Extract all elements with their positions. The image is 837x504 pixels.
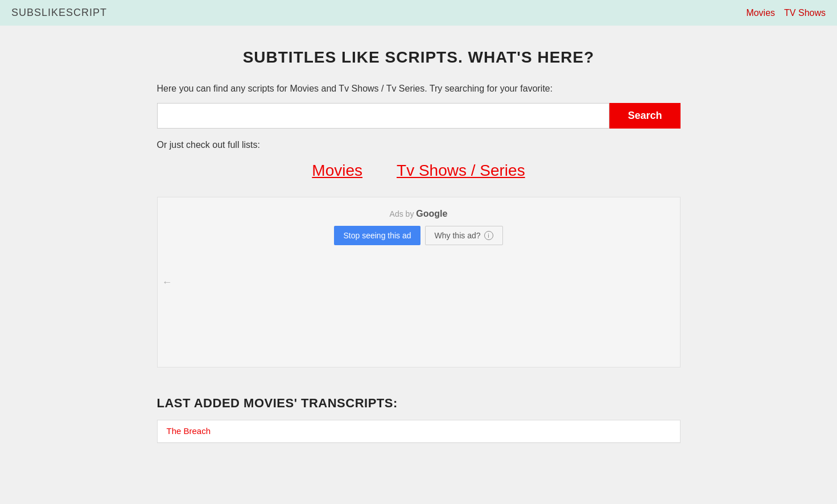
why-this-ad-button[interactable]: Why this ad? i [425, 226, 503, 245]
list-links: Movies Tv Shows / Series [157, 162, 681, 180]
search-input[interactable] [157, 103, 610, 129]
stop-seeing-ad-button[interactable]: Stop seeing this ad [334, 226, 420, 245]
ads-by-text: Ads by [390, 209, 417, 218]
nav-links: Movies TV Shows [746, 8, 826, 18]
ad-content: Ads by Google Stop seeing this ad Why th… [167, 206, 671, 245]
site-title: SUBSLIKESCRIPT [11, 7, 107, 19]
tv-shows-list-link[interactable]: Tv Shows / Series [397, 162, 525, 180]
site-header: SUBSLIKESCRIPT Movies TV Shows [0, 0, 837, 26]
nav-tv-shows-link[interactable]: TV Shows [784, 8, 826, 18]
nav-movies-link[interactable]: Movies [746, 8, 775, 18]
list-item: The Breach [158, 420, 680, 443]
main-content: SUBTITLES LIKE SCRIPTS. WHAT'S HERE? Her… [146, 26, 692, 466]
search-button[interactable]: Search [609, 103, 680, 129]
movie-link[interactable]: The Breach [167, 426, 211, 436]
last-added-list: The Breach [157, 420, 681, 443]
full-lists-text: Or just check out full lists: [157, 140, 681, 150]
last-added-section: LAST ADDED MOVIES' TRANSCRIPTS: The Brea… [157, 385, 681, 455]
ads-by-google-label: Ads by Google [167, 209, 671, 219]
last-added-heading: LAST ADDED MOVIES' TRANSCRIPTS: [157, 396, 681, 411]
why-this-ad-label: Why this ad? [435, 231, 481, 240]
google-text: Google [416, 209, 447, 218]
description-text: Here you can find any scripts for Movies… [157, 84, 681, 94]
info-icon: i [484, 231, 493, 240]
search-container: Search [157, 103, 681, 129]
movies-list-link[interactable]: Movies [312, 162, 362, 180]
ad-controls: Stop seeing this ad Why this ad? i [167, 226, 671, 245]
ad-back-arrow[interactable]: ← [158, 272, 177, 293]
page-heading: SUBTITLES LIKE SCRIPTS. WHAT'S HERE? [157, 48, 681, 67]
ad-section: ← Ads by Google Stop seeing this ad Why … [157, 197, 681, 367]
